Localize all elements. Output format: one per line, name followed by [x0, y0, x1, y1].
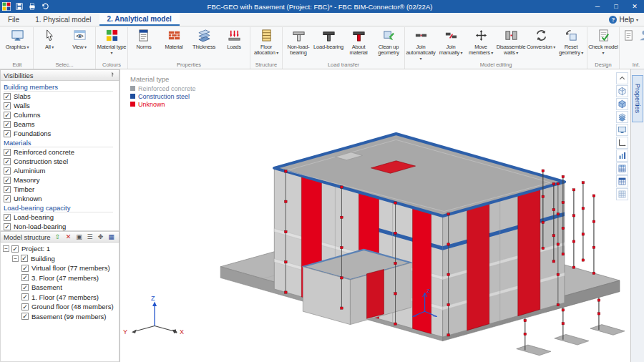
visibility-item-label: Columns — [14, 111, 41, 119]
tree-item-ground-floor-48-members[interactable]: ✓Ground floor (48 members) — [1, 302, 119, 312]
visibility-item-beams[interactable]: ✓Beams — [4, 119, 119, 129]
visibility-item-unknown[interactable]: ✓Unknown — [4, 194, 119, 203]
building-model[interactable]: Z X Y Z — [120, 69, 630, 362]
visibility-item-timber[interactable]: ✓Timber — [4, 185, 119, 194]
view-tool-axis-icon[interactable] — [616, 137, 628, 149]
ribbon-button-material[interactable]: Material — [159, 27, 189, 61]
view-tool-grid-icon[interactable] — [616, 162, 628, 175]
save-icon[interactable] — [13, 1, 26, 12]
ribbon-button-floor-allocation[interactable]: Floor allocation ▾ — [251, 27, 281, 61]
visibility-item-foundations[interactable]: ✓Foundations — [4, 129, 119, 138]
checkbox[interactable]: ✓ — [21, 313, 29, 320]
view-tool-cube-icon[interactable] — [616, 85, 628, 97]
pin-icon[interactable] — [109, 71, 116, 79]
viewport-3d[interactable]: Z X Y Z Material type Reinforced con — [120, 69, 630, 362]
maximize-button[interactable]: □ — [607, 0, 625, 13]
ribbon-button-clean-up-geometry[interactable]: Clean up geometry — [374, 27, 404, 61]
tree-item-basement[interactable]: ✓Basement — [1, 283, 119, 293]
tree-move-icon[interactable]: ✥ — [96, 233, 105, 241]
checkbox[interactable]: ✓ — [4, 93, 11, 100]
app-logo-icon[interactable] — [0, 1, 13, 12]
ribbon-button-join-manually[interactable]: Join manually ▾ — [436, 27, 466, 61]
checkbox[interactable]: ✓ — [21, 265, 29, 272]
view-tool-cube2-icon[interactable] — [616, 98, 628, 110]
checkbox[interactable]: ✓ — [4, 112, 11, 119]
view-tool-layers-icon[interactable] — [616, 111, 628, 123]
checkbox[interactable]: ✓ — [4, 186, 11, 193]
checkbox[interactable]: ✓ — [4, 102, 11, 109]
undo-icon[interactable] — [39, 1, 52, 12]
view-tool-grid3-icon[interactable] — [616, 188, 628, 200]
visibility-item-masonry[interactable]: ✓Masonry — [4, 175, 119, 185]
checkbox[interactable]: ✓ — [4, 121, 11, 128]
checkbox[interactable]: ✓ — [4, 214, 11, 221]
ribbon-button-reset-geometry[interactable]: Reset geometry ▾ — [556, 27, 586, 61]
checkbox[interactable]: ✓ — [21, 293, 29, 300]
checkbox[interactable]: ✓ — [11, 245, 19, 253]
visibility-item-slabs[interactable]: ✓Slabs — [4, 92, 119, 101]
checkbox[interactable]: ✓ — [21, 303, 29, 310]
ribbon-button-page[interactable] — [620, 27, 636, 61]
checkbox[interactable]: ✓ — [4, 177, 11, 184]
checkbox[interactable]: ✓ — [4, 158, 11, 165]
tree-delete-icon[interactable]: ✕ — [64, 233, 73, 241]
view-tool-screen-icon[interactable] — [616, 124, 628, 136]
visibility-item-reinforced-concrete[interactable]: ✓Reinforced concrete — [4, 147, 119, 157]
ribbon-button-conversion[interactable]: Conversion ▾ — [526, 27, 556, 61]
properties-tab[interactable]: Properties — [632, 75, 643, 122]
checkbox[interactable]: ✓ — [21, 284, 29, 291]
tree-item-project-1[interactable]: −✓Project: 1 — [1, 244, 119, 254]
ribbon-button-norms[interactable]: Norms — [129, 27, 159, 61]
tab-2-analytical-model[interactable]: 2. Analytical model — [99, 13, 180, 26]
ribbon-button-loads[interactable]: Loads — [219, 27, 249, 61]
ribbon-button-disassemble-walls[interactable]: Disassemble walls ▾ — [496, 27, 526, 61]
checkbox[interactable]: ✓ — [4, 130, 11, 137]
ribbon-button-non-load-bearing[interactable]: Non-load-bearing — [283, 27, 313, 61]
tree-settings-icon[interactable]: ▦ — [107, 233, 116, 241]
ribbon-button-material-type[interactable]: Material type ▾ — [97, 27, 127, 61]
ribbon-button-check-model[interactable]: Check model ▾ — [588, 27, 618, 61]
view-tool-grid2-icon[interactable] — [616, 175, 628, 187]
view-tool-collapse-icon[interactable] — [616, 72, 628, 84]
checkbox[interactable]: ✓ — [4, 167, 11, 175]
ribbon-button-graphics[interactable]: Graphics ▾ — [2, 27, 32, 61]
visibility-item-aluminium[interactable]: ✓Aluminium — [4, 166, 119, 175]
tab-1-physical-model[interactable]: 1. Physical model — [27, 13, 99, 26]
expander-icon[interactable]: − — [3, 245, 9, 252]
ribbon-button-person[interactable] — [636, 27, 644, 61]
ribbon-button-all[interactable]: All ▾ — [34, 27, 64, 61]
expander-icon[interactable]: − — [12, 255, 19, 262]
ribbon-button-join-automatically[interactable]: Join automatically ▾ — [406, 27, 436, 61]
ribbon-button-load-bearing[interactable]: Load-bearing — [313, 27, 343, 61]
legend-item-construction-steel: Construction steel — [130, 92, 196, 100]
checkbox[interactable]: ✓ — [4, 149, 11, 156]
ribbon-button-move-members[interactable]: Move members ▾ — [466, 27, 496, 61]
visibility-item-load-bearing[interactable]: ✓Load-bearing — [4, 212, 119, 222]
tree-copy-icon[interactable]: ▣ — [74, 233, 84, 241]
close-button[interactable]: ✕ — [625, 0, 644, 13]
checkbox[interactable]: ✓ — [4, 195, 11, 202]
ribbon-button-about-material[interactable]: About material — [343, 27, 374, 61]
loads-icon — [228, 29, 241, 44]
help-button[interactable]: ? Help ▾ — [603, 13, 644, 26]
checkbox[interactable]: ✓ — [21, 274, 29, 281]
visibility-item-non-load-bearing[interactable]: ✓Non-load-bearing — [4, 222, 119, 231]
view-tool-chart-icon[interactable] — [616, 150, 628, 162]
minimize-button[interactable]: ─ — [588, 0, 607, 13]
checkbox[interactable]: ✓ — [4, 223, 11, 230]
tab-file[interactable]: File — [0, 13, 27, 26]
tree-list-icon[interactable]: ☰ — [85, 233, 94, 241]
visibility-item-columns[interactable]: ✓Columns — [4, 110, 119, 119]
checkbox[interactable]: ✓ — [21, 255, 28, 262]
tree-item-basement-99-members[interactable]: ✓Basement (99 members) — [1, 312, 119, 322]
visibility-item-walls[interactable]: ✓Walls — [4, 101, 119, 110]
ribbon-button-view[interactable]: View ▾ — [64, 27, 94, 61]
tree-item-building[interactable]: −✓Building — [1, 254, 119, 264]
tree-export-icon[interactable]: ⇧ — [53, 233, 62, 241]
tree-item-virtual-floor-77-members[interactable]: ✓Virtual floor (77 members) — [1, 263, 119, 273]
ribbon-button-thickness[interactable]: Thickness — [189, 27, 219, 61]
tree-item-1-floor-47-members[interactable]: ✓1. Floor (47 members) — [1, 293, 119, 303]
print-icon[interactable] — [26, 1, 39, 12]
visibility-item-construction-steel[interactable]: ✓Construction steel — [4, 157, 119, 166]
tree-item-3-floor-47-members[interactable]: ✓3. Floor (47 members) — [1, 273, 119, 283]
